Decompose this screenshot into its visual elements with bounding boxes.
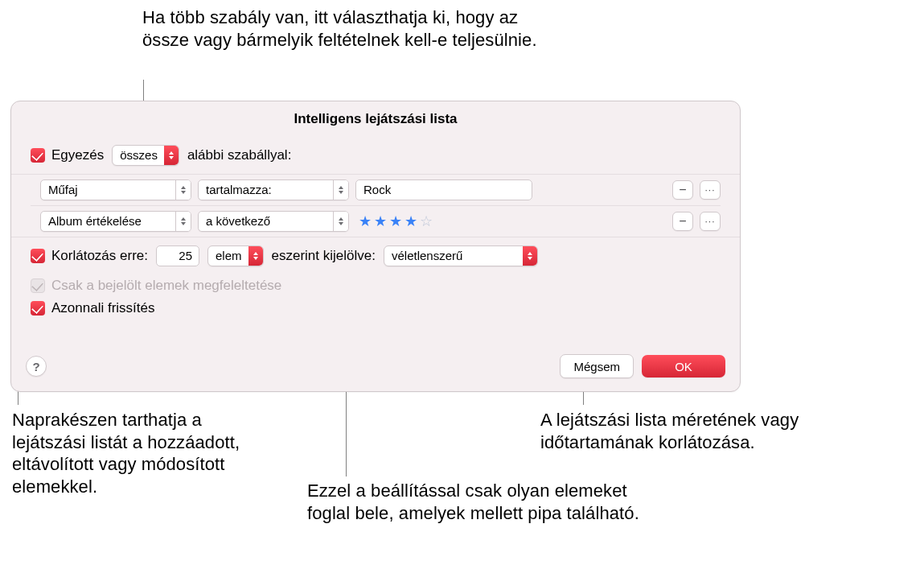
limit-unit-select[interactable]: elem xyxy=(207,245,264,266)
rule-row: Album értékelése a következő ★ ★ ★ ★ ☆ xyxy=(31,205,721,237)
match-mode-value: összes xyxy=(113,146,164,165)
match-checkbox[interactable]: Egyezés xyxy=(31,147,104,163)
rule-operator-select[interactable]: a következő xyxy=(198,211,349,232)
panel-footer: ? Mégsem OK xyxy=(11,344,740,391)
limit-by-select[interactable]: véletlenszerű xyxy=(384,245,538,266)
match-mode-select[interactable]: összes xyxy=(112,145,179,166)
remove-rule-button[interactable]: − xyxy=(672,180,693,200)
match-checkbox-label: Egyezés xyxy=(51,147,104,163)
rule-operator-value: a következő xyxy=(199,212,333,231)
limit-by-value: véletlenszerű xyxy=(384,246,523,266)
annotation-only-checked: Ezzel a beállítással csak olyan elemeket… xyxy=(307,480,645,524)
limit-checkbox[interactable]: Korlátozás erre: xyxy=(31,248,148,264)
updown-icon xyxy=(248,246,263,266)
checkbox-icon xyxy=(31,249,45,263)
checkbox-icon xyxy=(31,301,45,316)
rules-list: Műfaj tartalmazza: Rock − ··· xyxy=(11,174,740,237)
star-icon: ★ xyxy=(359,212,372,230)
rule-attribute-value: Műfaj xyxy=(41,180,175,200)
cancel-button[interactable]: Mégsem xyxy=(560,354,634,378)
live-update-row: Azonnali frissítés xyxy=(31,297,721,320)
annotation-match-mode: Ha több szabály van, itt választhatja ki… xyxy=(142,6,552,51)
limit-row: Korlátozás erre: 25 elem eszerint kijelö… xyxy=(31,237,721,270)
live-update-label: Azonnali frissítés xyxy=(51,300,155,316)
rule-attribute-select[interactable]: Műfaj xyxy=(40,179,191,200)
rule-more-button[interactable]: ··· xyxy=(700,180,721,200)
panel-title: Intelligens lejátszási lista xyxy=(11,101,740,135)
star-icon: ★ xyxy=(389,212,402,230)
rule-row: Műfaj tartalmazza: Rock − ··· xyxy=(31,175,721,205)
rule-value-stars[interactable]: ★ ★ ★ ★ ☆ xyxy=(355,212,433,231)
updown-icon xyxy=(175,212,191,231)
updown-icon xyxy=(175,180,191,200)
only-checked-label: Csak a bejelölt elemek megfeleltetése xyxy=(51,278,281,294)
limit-unit-value: elem xyxy=(208,246,248,266)
only-checked-checkbox: Csak a bejelölt elemek megfeleltetése xyxy=(31,278,281,294)
rule-value-input[interactable]: Rock xyxy=(355,179,532,200)
limit-count-value: 25 xyxy=(179,246,192,266)
rule-more-button[interactable]: ··· xyxy=(700,212,721,231)
checkbox-icon xyxy=(31,278,45,293)
updown-icon xyxy=(333,212,348,231)
star-icon: ★ xyxy=(374,212,387,230)
star-icon: ★ xyxy=(405,212,417,230)
updown-icon xyxy=(164,146,179,165)
match-suffix: alábbi szabállyal: xyxy=(187,147,291,163)
rule-operator-select[interactable]: tartalmazza: xyxy=(198,179,349,200)
annotation-live-update: Naprakészen tarthatja a lejátszási listá… xyxy=(12,409,277,497)
rule-attribute-select[interactable]: Album értékelése xyxy=(40,211,191,232)
rule-attribute-value: Album értékelése xyxy=(41,212,175,231)
remove-rule-button[interactable]: − xyxy=(672,212,693,231)
rule-operator-value: tartalmazza: xyxy=(199,180,333,200)
star-icon: ☆ xyxy=(420,212,433,230)
live-update-checkbox[interactable]: Azonnali frissítés xyxy=(31,300,155,316)
match-row: Egyezés összes alábbi szabállyal: xyxy=(31,142,721,174)
help-button[interactable]: ? xyxy=(26,356,47,377)
ok-button[interactable]: OK xyxy=(642,355,725,377)
leader-line xyxy=(143,80,144,80)
limit-by-label: eszerint kijelölve: xyxy=(272,248,376,264)
annotation-limit: A lejátszási lista méretének vagy időtar… xyxy=(540,409,894,453)
updown-icon xyxy=(523,246,537,266)
limit-checkbox-label: Korlátozás erre: xyxy=(51,248,148,264)
updown-icon xyxy=(333,180,348,200)
only-checked-row: Csak a bejelölt elemek megfeleltetése xyxy=(31,270,721,297)
checkbox-icon xyxy=(31,148,45,163)
smart-playlist-panel: Intelligens lejátszási lista Egyezés öss… xyxy=(10,101,741,392)
rule-value-text: Rock xyxy=(363,180,391,200)
limit-count-input[interactable]: 25 xyxy=(156,245,199,266)
